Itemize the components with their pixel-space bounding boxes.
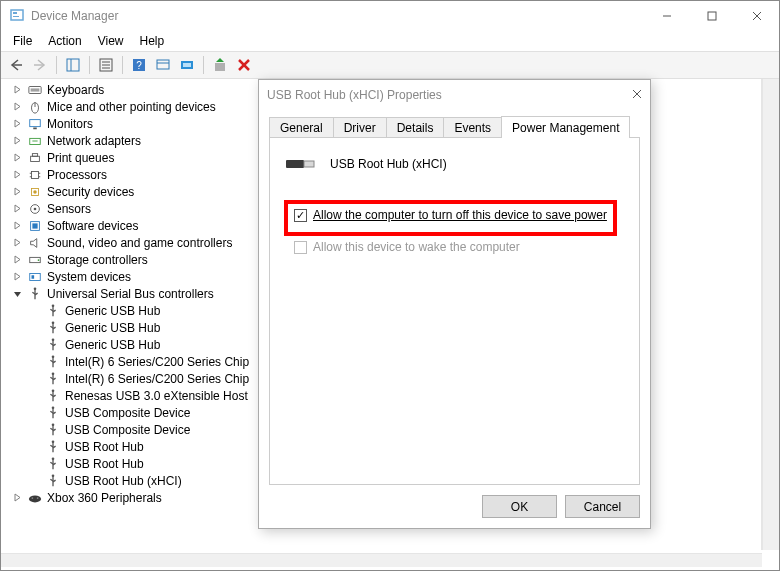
tree-item-label: Intel(R) 6 Series/C200 Series Chip <box>65 355 249 369</box>
scan-button[interactable] <box>152 54 174 76</box>
collapse-icon[interactable] <box>11 288 23 300</box>
tree-item-label: USB Root Hub <box>65 440 144 454</box>
toolbar: ? <box>1 51 779 79</box>
tree-item-label: Renesas USB 3.0 eXtensible Host <box>65 389 248 403</box>
tree-item-label: Generic USB Hub <box>65 321 160 335</box>
svg-rect-24 <box>29 86 41 93</box>
expand-icon[interactable] <box>11 101 23 113</box>
maximize-button[interactable] <box>689 1 734 31</box>
show-hidden-button[interactable] <box>176 54 198 76</box>
tab-events[interactable]: Events <box>443 117 502 137</box>
svg-rect-34 <box>32 153 37 156</box>
svg-point-75 <box>32 497 34 499</box>
tree-item-label: Software devices <box>47 219 138 233</box>
svg-point-61 <box>52 372 55 375</box>
toolbar-separator <box>203 56 204 74</box>
menubar: File Action View Help <box>1 31 779 51</box>
expand-icon[interactable] <box>11 271 23 283</box>
usb-icon <box>45 337 61 353</box>
toolbar-separator <box>56 56 57 74</box>
usb-icon <box>45 439 61 455</box>
expand-icon[interactable] <box>11 254 23 266</box>
menu-action[interactable]: Action <box>40 32 89 50</box>
tree-item-label: USB Composite Device <box>65 406 190 420</box>
dialog-titlebar[interactable]: USB Root Hub (xHCI) Properties <box>259 80 650 110</box>
tree-item-label: Generic USB Hub <box>65 304 160 318</box>
svg-rect-45 <box>32 223 37 228</box>
dialog-title: USB Root Hub (xHCI) Properties <box>267 88 612 102</box>
usb-icon <box>45 354 61 370</box>
forward-button[interactable] <box>29 54 51 76</box>
tree-item-label: Keyboards <box>47 83 104 97</box>
mouse-icon <box>27 99 43 115</box>
vertical-scrollbar[interactable] <box>762 79 779 550</box>
tree-item-label: Processors <box>47 168 107 182</box>
usb-icon <box>45 371 61 387</box>
expand-icon[interactable] <box>11 118 23 130</box>
svg-rect-21 <box>215 63 225 71</box>
usb-device-icon <box>284 152 316 176</box>
svg-point-71 <box>52 457 55 460</box>
uninstall-button[interactable] <box>233 54 255 76</box>
svg-rect-30 <box>33 127 37 129</box>
expand-icon[interactable] <box>11 237 23 249</box>
cancel-button[interactable]: Cancel <box>565 495 640 518</box>
ok-button[interactable]: OK <box>482 495 557 518</box>
cpu-icon <box>27 167 43 183</box>
checkbox-allow-power-off[interactable] <box>294 209 307 222</box>
security-icon <box>27 184 43 200</box>
checkbox-allow-power-off-label[interactable]: Allow the computer to turn off this devi… <box>313 208 607 222</box>
svg-point-76 <box>37 497 39 499</box>
expand-icon[interactable] <box>11 169 23 181</box>
tree-item-label: System devices <box>47 270 131 284</box>
tree-item-label: Sensors <box>47 202 91 216</box>
svg-point-57 <box>52 338 55 341</box>
tree-item-label: Print queues <box>47 151 114 165</box>
statusbar <box>1 567 779 570</box>
help-button[interactable]: ? <box>128 54 150 76</box>
menu-view[interactable]: View <box>90 32 132 50</box>
svg-rect-4 <box>708 12 716 20</box>
svg-point-74 <box>29 495 41 502</box>
close-button[interactable] <box>734 1 779 31</box>
sound-icon <box>27 235 43 251</box>
minimize-button[interactable] <box>644 1 689 31</box>
checkbox-allow-wake <box>294 241 307 254</box>
toolbar-separator <box>122 56 123 74</box>
update-driver-button[interactable] <box>209 54 231 76</box>
menu-file[interactable]: File <box>5 32 40 50</box>
expand-icon[interactable] <box>11 220 23 232</box>
show-hide-tree-button[interactable] <box>62 54 84 76</box>
svg-point-65 <box>52 406 55 409</box>
expand-icon[interactable] <box>11 152 23 164</box>
usb-icon <box>45 320 61 336</box>
network-icon <box>27 133 43 149</box>
storage-icon <box>27 252 43 268</box>
sensor-icon <box>27 201 43 217</box>
expand-icon[interactable] <box>11 135 23 147</box>
svg-point-69 <box>52 440 55 443</box>
svg-rect-35 <box>32 171 39 178</box>
dialog-close-button[interactable] <box>612 88 642 102</box>
usb-icon <box>45 303 61 319</box>
tree-item-label: Universal Serial Bus controllers <box>47 287 214 301</box>
expand-icon[interactable] <box>11 186 23 198</box>
back-button[interactable] <box>5 54 27 76</box>
usb-icon <box>45 422 61 438</box>
svg-rect-33 <box>31 156 40 161</box>
svg-point-63 <box>52 389 55 392</box>
expand-icon[interactable] <box>11 203 23 215</box>
tab-details[interactable]: Details <box>386 117 445 137</box>
tab-power-management[interactable]: Power Management <box>501 116 630 138</box>
tab-general[interactable]: General <box>269 117 334 137</box>
properties-dialog: USB Root Hub (xHCI) Properties General D… <box>258 79 651 529</box>
svg-rect-1 <box>13 12 17 14</box>
tab-driver[interactable]: Driver <box>333 117 387 137</box>
svg-rect-80 <box>304 161 314 167</box>
tree-item-label: Storage controllers <box>47 253 148 267</box>
expand-icon[interactable] <box>11 492 23 504</box>
expand-icon[interactable] <box>11 84 23 96</box>
tree-item-label: Security devices <box>47 185 134 199</box>
properties-button[interactable] <box>95 54 117 76</box>
menu-help[interactable]: Help <box>132 32 173 50</box>
